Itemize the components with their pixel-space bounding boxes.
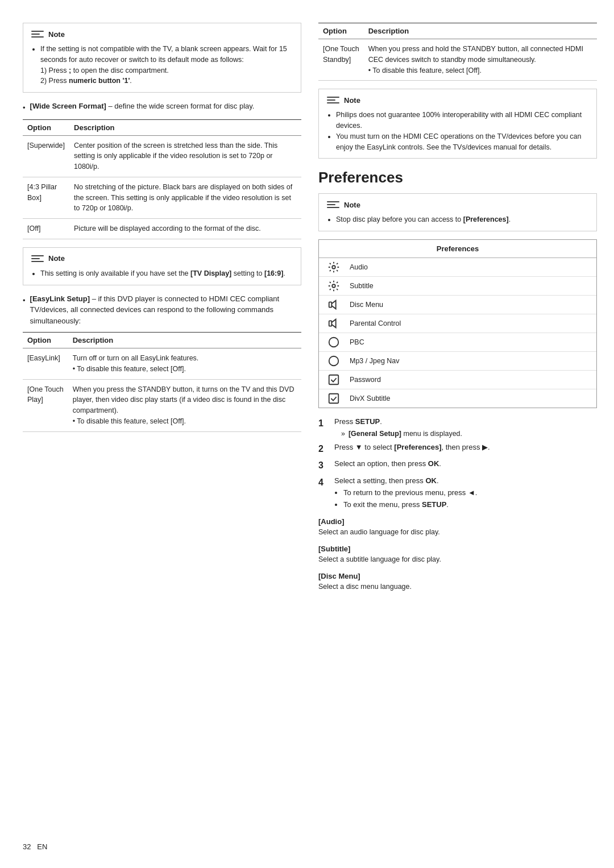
step-4: 4 Select a setting, then press OK. To re… bbox=[318, 475, 597, 510]
wide-screen-text: [Wide Screen Format] – define the wide s… bbox=[30, 101, 255, 112]
svg-point-4 bbox=[329, 338, 339, 347]
easylink-bullet: • [EasyLink Setup] – if this DVD player … bbox=[23, 293, 301, 327]
wide-screen-bullet: • [Wide Screen Format] – define the wide… bbox=[23, 101, 301, 114]
svg-rect-7 bbox=[329, 394, 339, 404]
bullet-dot-2: • bbox=[23, 295, 26, 306]
pref-table-header: Preferences bbox=[319, 240, 596, 258]
table2-row1-desc: Turn off or turn on all EasyLink feature… bbox=[68, 348, 301, 380]
table3-col2-header: Description bbox=[364, 23, 597, 39]
arrow-icon: » bbox=[341, 428, 345, 439]
note-icon-1 bbox=[31, 29, 44, 39]
step-2-content: Press ▼ to select [Preferences], then pr… bbox=[334, 442, 490, 456]
note-header-2: Note bbox=[31, 254, 293, 264]
table1-row1-desc: Center position of the screen is stretch… bbox=[69, 135, 301, 177]
table-row: [4:3 PillarBox] No stretching of the pic… bbox=[23, 177, 301, 218]
table2-row1-option: [EasyLink] bbox=[23, 348, 68, 380]
audio-desc: Select an audio language for disc play. bbox=[318, 527, 597, 538]
table1-row1-option: [Superwide] bbox=[23, 135, 69, 177]
table-row: [One TouchPlay] When you press the STAND… bbox=[23, 379, 301, 431]
note-item-3-0: Philips does not guarantee 100% interope… bbox=[336, 110, 588, 131]
step-num-2: 2 bbox=[318, 442, 329, 456]
svg-rect-6 bbox=[329, 375, 339, 385]
disc-menu-label: [Disc Menu] bbox=[318, 572, 597, 580]
check-icon-2 bbox=[326, 392, 342, 405]
pref-row-audio: Audio bbox=[319, 258, 596, 277]
pref-audio-label: Audio bbox=[350, 263, 368, 271]
page-footer: 32 EN bbox=[23, 842, 47, 851]
circle-icon bbox=[326, 335, 342, 349]
gear-icon bbox=[326, 260, 342, 274]
table-easylink: Option Description [EasyLink] Turn off o… bbox=[23, 332, 301, 432]
gear-icon-2 bbox=[326, 279, 342, 293]
pref-row-password: Password bbox=[319, 371, 596, 389]
note-list-3: Philips does not guarantee 100% interope… bbox=[336, 110, 588, 152]
table-row: [Superwide] Center position of the scree… bbox=[23, 135, 301, 177]
table1-row3-option: [Off] bbox=[23, 219, 69, 239]
pref-rows: Audio Subtitle bbox=[319, 258, 596, 408]
speaker-icon-2 bbox=[326, 317, 342, 330]
step-num-4: 4 bbox=[318, 475, 329, 510]
table-row: [One TouchStandby] When you press and ho… bbox=[318, 39, 597, 81]
pref-mp3-label: Mp3 / Jpeg Nav bbox=[350, 357, 400, 365]
pref-subtitle-label: Subtitle bbox=[350, 282, 374, 290]
left-column: Note If the setting is not compatible wi… bbox=[23, 23, 301, 597]
section-subtitle: [Subtitle] Select a subtitle language fo… bbox=[318, 545, 597, 565]
subtitle-desc: Select a subtitle language for disc play… bbox=[318, 554, 597, 565]
pref-row-parental: Parental Control bbox=[319, 314, 596, 333]
page-number: 32 bbox=[23, 842, 31, 851]
note-list-4: Stop disc play before you can access to … bbox=[336, 214, 588, 225]
table-row: [EasyLink] Turn off or turn on all EasyL… bbox=[23, 348, 301, 380]
pref-row-mp3: Mp3 / Jpeg Nav bbox=[319, 352, 596, 371]
section-audio: [Audio] Select an audio language for dis… bbox=[318, 517, 597, 538]
step-num-1: 1 bbox=[318, 416, 329, 439]
step-4-bullet-2: To exit the menu, press SETUP. bbox=[343, 499, 477, 511]
note-label-3: Note bbox=[344, 96, 360, 105]
pref-disc-menu-label: Disc Menu bbox=[350, 301, 383, 309]
circle-icon-2 bbox=[326, 354, 342, 368]
note-header-4: Note bbox=[327, 200, 588, 210]
step-4-bullet-1: To return to the previous menu, press ◄. bbox=[343, 487, 477, 499]
note-icon-4 bbox=[327, 200, 339, 210]
svg-rect-2 bbox=[329, 302, 332, 307]
note-icon-3 bbox=[327, 95, 339, 105]
table2-row2-desc: When you press the STANDBY button, it tu… bbox=[68, 379, 301, 431]
note-list-2: This setting is only available if you ha… bbox=[40, 268, 293, 279]
table-one-touch-standby: Option Description [One TouchStandby] Wh… bbox=[318, 23, 597, 81]
pref-row-pbc: PBC bbox=[319, 333, 596, 352]
note-box-1: Note If the setting is not compatible wi… bbox=[23, 23, 301, 93]
table1-col1-header: Option bbox=[23, 119, 69, 135]
note-box-2: Note This setting is only available if y… bbox=[23, 247, 301, 285]
step-num-3: 3 bbox=[318, 458, 329, 473]
step-1: 1 Press SETUP. » [General Setup] menu is… bbox=[318, 416, 597, 439]
note-label-2: Note bbox=[48, 254, 65, 263]
disc-menu-desc: Select a disc menu language. bbox=[318, 582, 597, 592]
table2-row2-option: [One TouchPlay] bbox=[23, 379, 68, 431]
table1-col2-header: Description bbox=[69, 119, 301, 135]
note-header-1: Note bbox=[31, 29, 293, 39]
table-row: [Off] Picture will be displayed accordin… bbox=[23, 219, 301, 239]
svg-point-0 bbox=[332, 265, 335, 269]
note-box-3: Note Philips does not guarantee 100% int… bbox=[318, 89, 597, 159]
table1-row2-desc: No stretching of the picture. Black bars… bbox=[69, 177, 301, 218]
table3-row1-option: [One TouchStandby] bbox=[318, 39, 364, 81]
right-column: Option Description [One TouchStandby] Wh… bbox=[318, 23, 597, 597]
pref-parental-label: Parental Control bbox=[350, 319, 401, 327]
step-4-bullets: To return to the previous menu, press ◄.… bbox=[343, 487, 477, 511]
audio-label: [Audio] bbox=[318, 517, 597, 526]
step-3: 3 Select an option, then press OK. bbox=[318, 458, 597, 473]
note-box-4: Note Stop disc play before you can acces… bbox=[318, 193, 597, 231]
note-icon-2 bbox=[31, 254, 44, 264]
bullet-dot: • bbox=[23, 102, 26, 114]
step-1-sub-text: [General Setup] menu is displayed. bbox=[349, 428, 462, 439]
section-disc-menu: [Disc Menu] Select a disc menu language. bbox=[318, 572, 597, 592]
preferences-table: Preferences Audio bbox=[318, 239, 597, 408]
pref-pbc-label: PBC bbox=[350, 338, 364, 346]
note-item-4-0: Stop disc play before you can access to … bbox=[336, 214, 588, 225]
step-4-content: Select a setting, then press OK. To retu… bbox=[334, 475, 477, 510]
step-1-sub: » [General Setup] menu is displayed. bbox=[341, 428, 462, 439]
table1-row2-option: [4:3 PillarBox] bbox=[23, 177, 69, 218]
subtitle-label: [Subtitle] bbox=[318, 545, 597, 553]
step-3-content: Select an option, then press OK. bbox=[334, 458, 441, 473]
table2-col1-header: Option bbox=[23, 333, 68, 348]
preferences-heading: Preferences bbox=[318, 169, 597, 186]
